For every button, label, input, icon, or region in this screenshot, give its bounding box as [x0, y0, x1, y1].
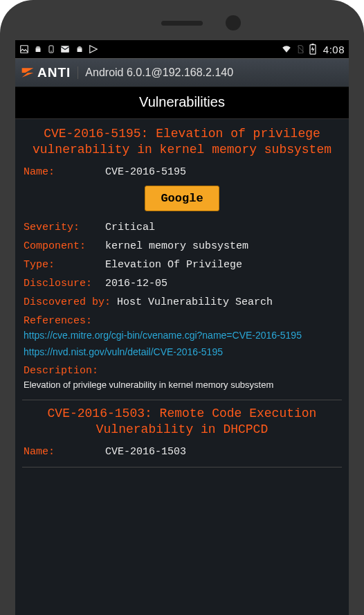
field-row: Name: CVE-2016-1503: [22, 443, 342, 461]
description-text: Elevation of privilege vulnerability in …: [22, 378, 342, 394]
content-scroll[interactable]: CVE-2016-5195: Elevation of privilege vu…: [15, 119, 349, 615]
app-logo[interactable]: ANTI: [21, 65, 71, 80]
field-label-type: Type:: [24, 259, 105, 271]
field-label-discovered: Discovered by:: [24, 296, 117, 308]
play-icon: [89, 44, 98, 54]
app-bar: ANTI Android 6.0.1@192.168.2.140: [15, 58, 349, 87]
device-camera: [226, 15, 241, 30]
svg-rect-7: [78, 48, 82, 52]
button-row: Google: [22, 181, 342, 218]
vulnerability-card: CVE-2016-1503: Remote Code Execution Vul…: [22, 403, 342, 467]
android-icon-2: [75, 44, 84, 54]
svg-point-5: [51, 51, 52, 52]
android-icon: [33, 44, 43, 54]
vuln-title: CVE-2016-5195: Elevation of privilege vu…: [22, 123, 342, 163]
field-row: Severity: Critical: [22, 218, 342, 237]
field-label-severity: Severity:: [24, 222, 105, 233]
screen: 4:08 ANTI Android 6.0.1@192.168.2.140 Vu…: [15, 40, 349, 615]
field-value-component: kernel memory subsystem: [105, 240, 248, 252]
field-row: Type: Elevation Of Privilege: [22, 256, 342, 274]
status-bar: 4:08: [15, 40, 349, 58]
z-logo-icon: [21, 66, 35, 80]
image-icon: [19, 44, 29, 54]
field-value-type: Elevation Of Privilege: [105, 259, 242, 271]
reference-link[interactable]: https://cve.mitre.org/cgi-bin/cvename.cg…: [22, 328, 342, 345]
phone-icon: [47, 44, 55, 54]
field-row: Component: kernel memory subsystem: [22, 237, 342, 256]
description-label: Description:: [22, 362, 342, 378]
svg-rect-1: [36, 48, 41, 52]
status-clock: 4:08: [323, 44, 345, 55]
field-row: Disclosure: 2016-12-05: [22, 274, 342, 293]
field-row: Name: CVE-2016-5195: [22, 163, 342, 181]
app-brand-text: ANTI: [37, 65, 71, 80]
app-subtitle: Android 6.0.1@192.168.2.140: [78, 66, 343, 79]
field-label-disclosure: Disclosure:: [24, 278, 105, 289]
field-value-name: CVE-2016-1503: [105, 446, 186, 458]
svg-rect-0: [21, 46, 28, 53]
field-label-name: Name:: [24, 166, 105, 178]
field-value-discovered: Host Vulnerability Search: [117, 296, 273, 308]
field-value-disclosure: 2016-12-05: [105, 278, 167, 289]
field-value-name: CVE-2016-5195: [105, 166, 186, 178]
field-label-component: Component:: [24, 240, 105, 252]
field-label-name: Name:: [24, 446, 105, 458]
page-title: Vulnerabilities: [15, 87, 349, 119]
field-row: Discovered by: Host Vulnerability Search: [22, 293, 342, 312]
device-speaker: [161, 21, 203, 26]
field-value-severity: Critical: [105, 222, 155, 233]
references-label: References:: [22, 312, 342, 328]
mail-icon: [60, 44, 71, 54]
svg-rect-10: [311, 44, 313, 45]
battery-charging-icon: [309, 44, 316, 55]
device-frame: 4:08 ANTI Android 6.0.1@192.168.2.140 Vu…: [0, 0, 364, 615]
vulnerability-card: CVE-2016-5195: Elevation of privilege vu…: [22, 123, 342, 400]
reference-link[interactable]: https://nvd.nist.gov/vuln/detail/CVE-201…: [22, 345, 342, 362]
wifi-icon: [281, 44, 292, 54]
vuln-title: CVE-2016-1503: Remote Code Execution Vul…: [22, 403, 342, 443]
google-button[interactable]: Google: [145, 186, 219, 211]
status-right: 4:08: [281, 44, 345, 55]
status-left: [19, 44, 98, 54]
no-sim-icon: [296, 44, 305, 54]
